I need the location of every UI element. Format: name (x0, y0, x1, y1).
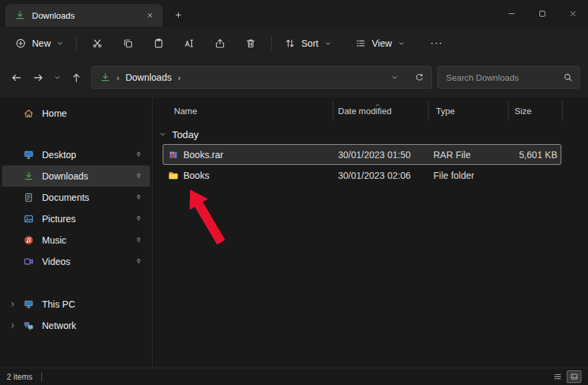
column-header-date-modified[interactable]: Date modified (333, 101, 429, 120)
sidebar-item-music[interactable]: Music (2, 230, 150, 251)
pin-icon (135, 258, 142, 265)
pin-icon (135, 151, 142, 158)
chevron-down-icon[interactable] (159, 131, 166, 137)
column-headers: Name Date modified Type Size (153, 101, 588, 120)
tab-downloads[interactable]: Downloads (5, 4, 163, 27)
sort-button[interactable]: Sort (277, 31, 339, 55)
chevron-right-icon[interactable] (9, 322, 16, 329)
rename-button[interactable] (174, 31, 205, 55)
desktop-icon (23, 149, 34, 160)
cut-icon (92, 38, 103, 49)
download-icon (100, 72, 111, 83)
close-button[interactable] (557, 0, 588, 27)
more-icon: ··· (430, 37, 443, 49)
view-button[interactable]: View (348, 31, 412, 55)
rename-icon (184, 38, 195, 49)
paste-button[interactable] (143, 31, 174, 55)
toolbar-separator (271, 36, 272, 51)
file-name: Books.rar (183, 149, 223, 160)
music-icon (23, 235, 34, 246)
status-item-count: 2 items (7, 372, 33, 382)
address-bar[interactable]: › Downloads › (91, 66, 432, 89)
up-button[interactable] (65, 66, 87, 89)
sidebar-item-videos[interactable]: Videos (2, 251, 150, 272)
home-icon (23, 108, 34, 119)
new-button-label: New (32, 38, 51, 49)
minimize-button[interactable] (496, 0, 527, 27)
downloads-icon (23, 171, 34, 181)
sidebar-item-network[interactable]: Network (2, 315, 150, 336)
forward-button[interactable] (27, 66, 49, 89)
sidebar-item-documents[interactable]: Documents (2, 187, 150, 208)
sort-ascending-caret-icon (375, 102, 381, 108)
tab-close-button[interactable] (143, 8, 157, 23)
breadcrumb-chevron[interactable]: › (117, 73, 119, 83)
recent-locations-button[interactable] (49, 66, 65, 89)
large-icons-view-button[interactable] (567, 370, 581, 383)
folder-icon (168, 170, 179, 181)
group-header-today[interactable]: Today (153, 124, 588, 144)
this-pc-icon (23, 299, 34, 310)
status-bar: 2 items (0, 368, 588, 385)
column-header-type[interactable]: Type (429, 101, 509, 120)
forward-icon (33, 72, 44, 83)
pin-icon (135, 216, 142, 222)
large-icons-view-icon (570, 372, 579, 381)
file-row-books-folder[interactable]: Books 30/01/2023 02:06 File folder (163, 165, 561, 185)
toolbar-separator (76, 36, 77, 51)
copy-icon (123, 38, 133, 49)
column-header-size[interactable]: Size (509, 101, 563, 120)
plus-icon (175, 11, 182, 19)
details-view-icon (553, 372, 562, 381)
sidebar-gap (0, 272, 152, 294)
search-icon[interactable] (563, 73, 573, 82)
more-button[interactable]: ··· (421, 31, 452, 55)
column-header-name[interactable]: Name (153, 101, 333, 120)
refresh-button[interactable] (410, 68, 429, 87)
sidebar-item-desktop[interactable]: Desktop (2, 144, 150, 165)
file-date-modified: 30/01/2023 02:06 (334, 170, 429, 181)
paste-icon (153, 38, 164, 49)
breadcrumb-chevron[interactable]: › (177, 73, 180, 83)
breadcrumb-downloads[interactable]: Downloads (125, 72, 171, 83)
maximize-button[interactable] (527, 0, 557, 27)
back-button[interactable] (5, 66, 27, 89)
minimize-icon (507, 9, 516, 18)
share-button[interactable] (205, 31, 235, 55)
sidebar-item-downloads[interactable]: Downloads (2, 165, 150, 187)
titlebar[interactable]: Downloads (0, 0, 588, 27)
sidebar-item-home[interactable]: Home (2, 103, 150, 124)
chevron-down-icon (57, 40, 63, 47)
file-row-books-rar[interactable]: Books.rar 30/01/2023 01:50 RAR File 5,60… (163, 144, 561, 165)
rar-file-icon (168, 149, 179, 160)
chevron-down-icon (391, 74, 398, 81)
refresh-icon (415, 73, 424, 82)
status-separator (41, 372, 42, 381)
file-type: File folder (429, 170, 509, 181)
circle-plus-icon (15, 38, 26, 49)
navigation-pane: Home Desktop Downloads Documents (0, 97, 153, 368)
tab-title: Downloads (32, 11, 136, 21)
share-icon (215, 38, 225, 49)
file-explorer-window: Downloads New Sort View (0, 0, 588, 385)
new-tab-button[interactable] (168, 5, 188, 25)
search-box[interactable] (437, 66, 580, 89)
address-dropdown-button[interactable] (385, 68, 404, 87)
chevron-down-icon (54, 74, 61, 81)
sidebar-item-pictures[interactable]: Pictures (2, 208, 150, 230)
group-label: Today (172, 129, 199, 140)
cut-button[interactable] (82, 31, 113, 55)
details-view-button[interactable] (550, 370, 565, 383)
close-icon (569, 9, 577, 18)
back-icon (11, 72, 22, 83)
chevron-down-icon (325, 40, 331, 47)
new-button[interactable]: New (8, 31, 71, 55)
file-list-area[interactable]: Name Date modified Type Size Today Books… (153, 97, 588, 368)
videos-icon (23, 256, 34, 267)
copy-button[interactable] (113, 31, 143, 55)
sidebar-item-this-pc[interactable]: This PC (2, 294, 150, 315)
chevron-right-icon[interactable] (9, 301, 16, 308)
search-input[interactable] (446, 73, 563, 83)
close-icon (147, 12, 153, 19)
delete-button[interactable] (235, 31, 266, 55)
